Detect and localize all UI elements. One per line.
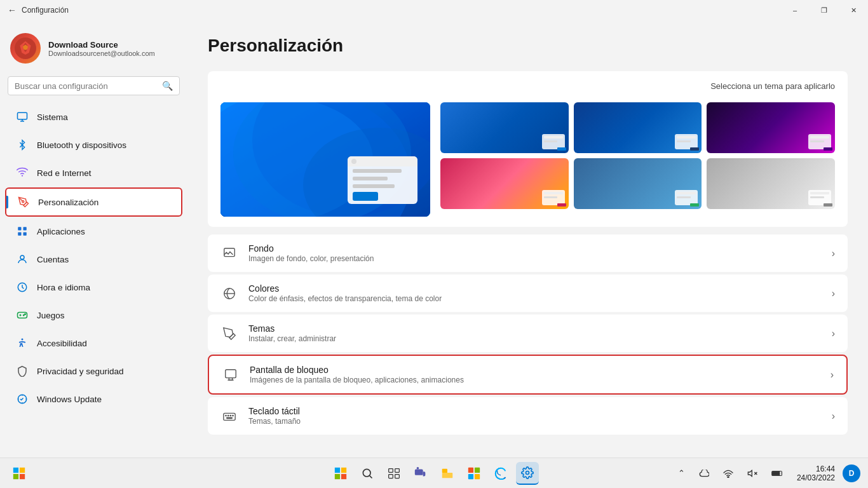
pantalla-bloqueo-title: Pantalla de bloqueo <box>250 365 820 375</box>
svg-rect-39 <box>341 467 346 472</box>
svg-rect-38 <box>335 467 340 472</box>
taskbar-left <box>8 462 31 485</box>
search-input[interactable] <box>15 81 157 91</box>
temas-icon <box>220 325 238 342</box>
svg-rect-45 <box>395 468 400 472</box>
update-icon <box>15 392 29 406</box>
sidebar: Download Source Downloadsourcenet@outloo… <box>0 20 187 458</box>
search-taskbar-button[interactable] <box>356 462 379 485</box>
taskbar-start-left[interactable] <box>8 462 31 485</box>
svg-rect-47 <box>395 474 400 478</box>
sistema-label: Sistema <box>37 112 68 122</box>
clock-time: 16:44 <box>797 464 835 473</box>
svg-rect-35 <box>20 467 25 472</box>
colores-icon <box>220 285 238 302</box>
svg-rect-9 <box>24 233 27 236</box>
nav-item-hora[interactable]: Hora e idioma <box>5 274 182 301</box>
nav-item-personalizacion[interactable]: Personalización <box>5 187 182 217</box>
nav-item-bluetooth[interactable]: Bluetooth y dispositivos <box>5 132 182 158</box>
settings-item-pantalla-bloqueo[interactable]: Pantalla de bloqueo Imágenes de la panta… <box>208 355 848 395</box>
svg-rect-41 <box>341 473 346 478</box>
taskbar-user-avatar[interactable]: D <box>843 464 860 482</box>
svg-rect-48 <box>415 469 423 475</box>
title-bar-title: Configuración <box>22 6 69 15</box>
bluetooth-label: Bluetooth y dispositivos <box>37 140 126 150</box>
cuentas-icon <box>15 252 29 266</box>
fondo-icon <box>220 245 238 262</box>
red-label: Red e Internet <box>37 168 92 178</box>
svg-point-42 <box>363 469 370 477</box>
edge-button[interactable] <box>489 462 512 485</box>
settings-taskbar-button[interactable] <box>516 462 539 485</box>
store-button[interactable] <box>463 462 485 485</box>
svg-rect-54 <box>468 473 473 478</box>
svg-rect-37 <box>20 473 25 478</box>
nav-item-accesibilidad[interactable]: Accesibilidad <box>5 330 182 356</box>
system-tray[interactable]: ⌃ <box>673 466 690 480</box>
svg-rect-7 <box>24 227 27 230</box>
accesibilidad-label: Accesibilidad <box>37 339 87 348</box>
theme-thumb-1[interactable] <box>440 102 569 153</box>
nav-item-privacidad[interactable]: Privacidad y seguridad <box>5 358 182 384</box>
search-icon[interactable]: 🔍 <box>162 81 173 91</box>
task-view-button[interactable] <box>383 462 405 485</box>
user-profile: Download Source Downloadsourcenet@outloo… <box>0 20 187 74</box>
colores-title: Colores <box>248 283 822 294</box>
settings-item-teclado-tactil[interactable]: Teclado táctil Temas, tamaño › <box>208 397 848 435</box>
svg-rect-34 <box>13 467 18 472</box>
current-theme-preview <box>220 102 430 217</box>
close-button[interactable]: ✕ <box>839 0 868 20</box>
maximize-button[interactable]: ❐ <box>810 0 839 20</box>
svg-point-57 <box>728 477 729 478</box>
clock-date: 24/03/2022 <box>797 473 835 482</box>
colores-desc: Color de énfasis, efectos de transparenc… <box>248 294 822 303</box>
files-button[interactable] <box>436 462 459 485</box>
teclado-tactil-desc: Temas, tamaño <box>248 417 822 426</box>
nav-item-red[interactable]: Red e Internet <box>5 159 182 186</box>
theme-thumb-6[interactable] <box>707 158 835 209</box>
theme-thumb-4[interactable] <box>440 158 569 209</box>
aplicaciones-label: Aplicaciones <box>37 227 85 236</box>
fondo-chevron: › <box>832 248 835 259</box>
nav-item-update[interactable]: Windows Update <box>5 386 182 412</box>
volume-icon[interactable] <box>742 466 763 481</box>
minimize-button[interactable]: – <box>780 0 810 20</box>
search-box[interactable]: 🔍 <box>8 76 180 95</box>
network-icon <box>15 166 29 180</box>
tray-chevron-icon: ⌃ <box>678 468 685 478</box>
svg-rect-36 <box>13 473 18 478</box>
theme-thumbnail-grid <box>440 102 835 209</box>
nav-item-aplicaciones[interactable]: Aplicaciones <box>5 218 182 245</box>
svg-rect-55 <box>475 473 480 478</box>
title-bar-left: ← Configuración <box>8 5 69 15</box>
start-button[interactable] <box>329 462 352 485</box>
settings-item-temas[interactable]: Temas Instalar, crear, administrar › <box>208 315 848 352</box>
back-button[interactable]: ← <box>8 5 17 15</box>
teams-button[interactable] <box>409 462 432 485</box>
temas-title: Temas <box>248 323 822 334</box>
themes-label: Selecciona un tema para aplicarlo <box>710 81 835 91</box>
theme-thumb-3[interactable] <box>707 102 835 153</box>
colores-chevron: › <box>832 288 835 299</box>
battery-icon[interactable] <box>766 467 789 480</box>
theme-thumb-2[interactable] <box>574 102 702 153</box>
wifi-icon[interactable] <box>718 466 738 480</box>
settings-item-colores[interactable]: Colores Color de énfasis, efectos de tra… <box>208 274 848 312</box>
apps-icon <box>15 224 29 238</box>
svg-rect-62 <box>772 471 779 475</box>
pantalla-bloqueo-icon <box>222 366 240 384</box>
svg-rect-6 <box>18 227 21 230</box>
cloud-icon[interactable] <box>694 467 714 480</box>
settings-item-fondo[interactable]: Fondo Imagen de fondo, color, presentaci… <box>208 234 848 272</box>
nav-item-juegos[interactable]: Juegos <box>5 302 182 329</box>
app-container: Download Source Downloadsourcenet@outloo… <box>0 20 868 458</box>
bluetooth-icon <box>15 138 29 152</box>
clock-display[interactable]: 16:44 24/03/2022 <box>793 463 839 484</box>
accesibilidad-icon <box>15 336 29 350</box>
user-email: Downloadsourcenet@outlook.com <box>48 50 155 57</box>
nav-item-cuentas[interactable]: Cuentas <box>5 246 182 273</box>
svg-rect-12 <box>18 313 27 318</box>
taskbar-center <box>329 462 539 485</box>
nav-item-sistema[interactable]: Sistema <box>5 104 182 130</box>
theme-thumb-5[interactable] <box>574 158 702 209</box>
